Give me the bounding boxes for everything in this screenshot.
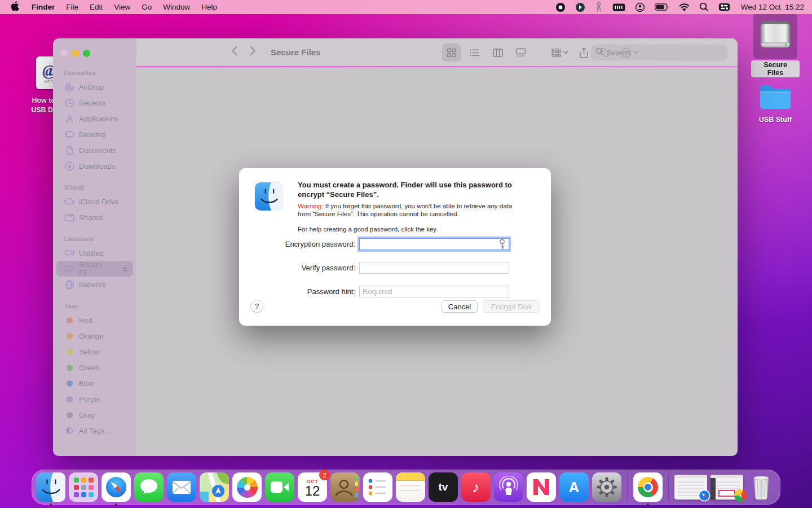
sidebar-tag-red[interactable]: Red: [56, 312, 133, 328]
view-icons-button[interactable]: [442, 43, 461, 62]
eject-icon[interactable]: [121, 265, 129, 272]
dock-system-preferences[interactable]: [592, 472, 621, 502]
dock-messages[interactable]: [134, 472, 164, 502]
apple-menu[interactable]: [0, 0, 26, 14]
sidebar-item-applications[interactable]: Applications: [56, 111, 133, 126]
encryption-password-input[interactable]: [359, 238, 509, 250]
menu-view[interactable]: View: [108, 0, 136, 14]
password-assistant-key-icon[interactable]: [498, 239, 506, 252]
zoom-window-button[interactable]: [83, 50, 90, 57]
close-window-button[interactable]: [60, 50, 68, 57]
sidebar-item-recents[interactable]: Recents: [56, 95, 133, 111]
menu-finder[interactable]: Finder: [26, 0, 60, 14]
dock-minimized-safari-window[interactable]: [674, 475, 707, 500]
sidebar-item-all-tags[interactable]: All Tags...: [56, 423, 133, 439]
sidebar-item-icloud-drive[interactable]: iCloud Drive: [56, 194, 133, 209]
sidebar-item-downloads[interactable]: Downloads: [56, 158, 133, 174]
encrypt-disk-button[interactable]: Encrypt Disk: [483, 300, 540, 313]
view-columns-button[interactable]: [488, 43, 507, 62]
back-button[interactable]: [231, 46, 237, 58]
play-circle-icon[interactable]: [573, 0, 588, 14]
view-list-button[interactable]: [465, 43, 484, 62]
tag-dot-purple: [67, 396, 73, 402]
search-field[interactable]: [591, 45, 727, 60]
forward-button[interactable]: [250, 46, 256, 58]
sidebar-item-network[interactable]: Network: [56, 277, 133, 292]
sidebar-item-secure-files[interactable]: Secure Fil...: [56, 261, 133, 277]
dialog-help-button[interactable]: ?: [250, 300, 263, 313]
wifi-icon[interactable]: [677, 0, 692, 14]
dock-maps[interactable]: [200, 472, 229, 502]
clock-icon: [64, 98, 74, 108]
dock-calendar[interactable]: OCT 12 2: [298, 472, 327, 502]
dock-contacts[interactable]: [330, 472, 360, 502]
dock-tv[interactable]: tv: [429, 472, 458, 502]
sidebar-item-untitled[interactable]: Untitled: [56, 245, 133, 261]
user-switching-icon[interactable]: [633, 0, 647, 14]
keyboard-icon[interactable]: [610, 0, 628, 14]
sidebar-tag-blue[interactable]: Blue: [56, 375, 133, 391]
password-hint-label: Password hint:: [239, 287, 355, 296]
drive-label: Secure Files: [751, 60, 800, 77]
gear-icon: [594, 475, 619, 500]
menu-edit[interactable]: Edit: [84, 0, 108, 14]
dock-chrome[interactable]: [633, 472, 663, 502]
menu-help[interactable]: Help: [196, 0, 223, 14]
minimize-window-button[interactable]: [72, 50, 79, 57]
view-gallery-button[interactable]: [511, 43, 530, 62]
finder-app-icon: [255, 182, 283, 211]
menu-go[interactable]: Go: [136, 0, 157, 14]
menu-file[interactable]: File: [60, 0, 84, 14]
external-drive-icon: [757, 19, 793, 54]
sidebar-tag-yellow[interactable]: Yellow: [56, 344, 133, 360]
dock-reminders[interactable]: [363, 472, 392, 502]
sidebar-tag-green[interactable]: Green: [56, 360, 133, 375]
all-tags-icon: [64, 427, 74, 435]
menu-bar-clock[interactable]: Wed 12 Oct 15:22: [738, 3, 804, 11]
menu-window[interactable]: Window: [157, 0, 196, 14]
dock-minimized-chrome-window[interactable]: [710, 475, 743, 500]
shared-folder-icon: [64, 213, 74, 222]
sidebar-tag-orange[interactable]: Orange: [56, 328, 133, 344]
spotlight-search-icon[interactable]: [697, 0, 711, 14]
video-camera-icon: [270, 480, 289, 494]
dock-podcasts[interactable]: [494, 472, 523, 502]
dock-finder[interactable]: [36, 472, 65, 502]
group-by-button[interactable]: [549, 43, 570, 62]
dialog-help-line: For help creating a good password, click…: [298, 226, 526, 233]
dock-music[interactable]: ♪: [461, 472, 491, 502]
sidebar-item-documents[interactable]: Documents: [56, 142, 133, 158]
sidebar-item-desktop[interactable]: Desktop: [56, 126, 133, 142]
share-button[interactable]: [578, 43, 590, 62]
desktop-icon-secure-files-drive[interactable]: Secure Files: [751, 14, 800, 77]
search-input[interactable]: [607, 49, 723, 57]
dock-launchpad[interactable]: [69, 472, 98, 502]
trash-icon: [750, 474, 773, 501]
cloud-icon: [64, 198, 74, 205]
desktop-icon-usb-stuff-folder[interactable]: USB Stuff: [751, 82, 800, 125]
accessibility-figure-icon[interactable]: [593, 0, 605, 14]
downloads-icon: [64, 161, 74, 171]
dock-safari[interactable]: [102, 472, 131, 502]
verify-password-input[interactable]: [359, 262, 509, 274]
dock-mail[interactable]: [167, 472, 196, 502]
sidebar-tag-purple[interactable]: Purple: [56, 391, 133, 407]
dock-news[interactable]: [527, 472, 556, 502]
dock-facetime[interactable]: [265, 472, 294, 502]
drive-selection-highlight: [753, 14, 797, 59]
screen-recording-stop-icon[interactable]: [553, 0, 568, 14]
dock-notes[interactable]: [396, 472, 425, 502]
sidebar-tag-gray[interactable]: Gray: [56, 407, 133, 423]
password-hint-input[interactable]: [359, 286, 509, 297]
chevron-down-icon: [563, 51, 568, 54]
sidebar-item-airdrop[interactable]: AirDrop: [56, 79, 133, 95]
cancel-button[interactable]: Cancel: [442, 300, 478, 313]
battery-icon[interactable]: [652, 0, 672, 14]
warning-label: Warning:: [298, 203, 324, 209]
control-center-icon[interactable]: [716, 0, 732, 14]
sidebar-item-shared[interactable]: Shared: [56, 209, 133, 225]
dock-photos[interactable]: [232, 472, 262, 502]
podcasts-icon: [498, 476, 519, 498]
dock-trash[interactable]: [747, 472, 776, 502]
dock-app-store[interactable]: A: [559, 472, 589, 502]
